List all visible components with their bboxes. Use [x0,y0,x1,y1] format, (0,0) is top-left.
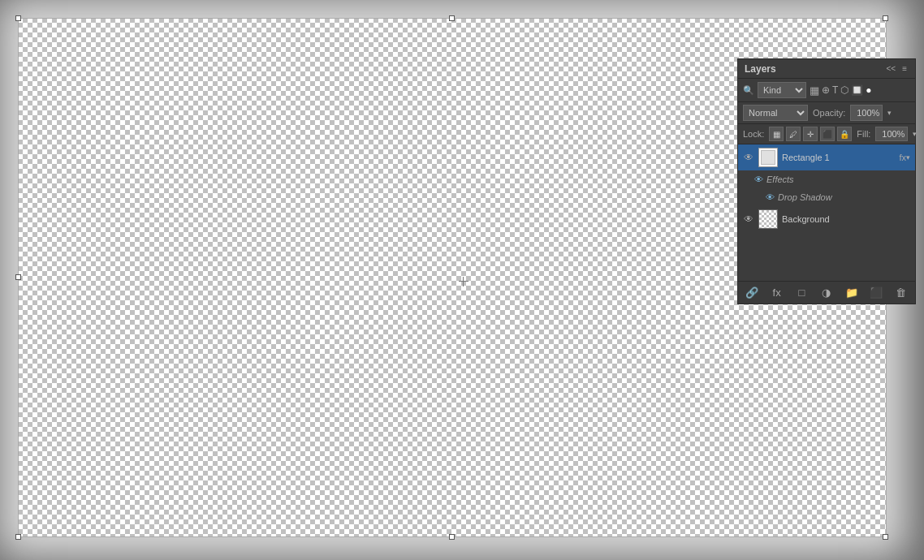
kind-icon-text[interactable]: T [832,84,838,96]
link-layers-button[interactable]: 🔗 [743,284,761,302]
panel-menu-button[interactable]: ≡ [900,64,909,73]
panel-empty-space [738,232,915,281]
handle-bottom-right[interactable] [883,534,888,540]
lock-brush-button[interactable]: 🖊 [786,127,801,141]
layer-rectangle1-thumb [758,148,778,167]
handle-bottom-left[interactable] [15,534,21,540]
kind-icon-circle[interactable]: ● [866,84,871,96]
lock-row: Lock: ▦ 🖊 ✛ ⬛ 🔒 Fill: ▾ [738,124,915,144]
layer-rectangle1-name: Rectangle 1 [782,153,899,162]
layer-rectangle1-fx-badge[interactable]: fx [899,153,906,162]
fill-chevron-icon[interactable]: ▾ [913,130,917,138]
panel-header-icons: << ≡ [884,64,909,73]
kind-icons: ▦ ⊕ T ⬡ 🔲 ● [810,84,872,97]
panel-bottom-toolbar: 🔗 fx □ ◑ 📁 ⬛ 🗑 [738,281,915,304]
layer-rectangle1-expand-icon[interactable]: ▾ [906,153,910,162]
opacity-label: Opacity: [813,108,845,118]
handle-top-center[interactable] [449,15,455,21]
layer-background-name: Background [782,214,910,224]
lock-move-button[interactable]: ✛ [803,127,818,141]
layer-background-thumb [758,209,778,229]
layer-effects-button[interactable]: fx [768,284,786,302]
kind-select[interactable]: Kind Name Effect Mode [758,82,806,98]
blend-mode-select[interactable]: Normal Dissolve Multiply Screen Overlay [743,105,808,121]
lock-checkerboard-button[interactable]: ▦ [769,127,784,141]
layer-rectangle1-eye[interactable]: 👁 [743,152,754,163]
canvas-crosshair [459,277,468,286]
handle-bottom-center[interactable] [449,534,455,540]
handle-top-left[interactable] [15,15,21,21]
kind-icon-pixel[interactable]: ▦ [810,84,819,97]
kind-row: 🔍 Kind Name Effect Mode ▦ ⊕ T ⬡ 🔲 ● [738,79,915,102]
layer-effects-group[interactable]: 👁 Effects [738,170,915,188]
new-group-button[interactable]: 📁 [843,284,861,302]
kind-icon-smart[interactable]: 🔲 [851,84,863,96]
layer-drop-shadow[interactable]: 👁 Drop Shadow [738,188,915,206]
blend-row: Normal Dissolve Multiply Screen Overlay … [738,102,915,124]
lock-artboard-button[interactable]: ⬛ [820,127,835,141]
lock-icons: ▦ 🖊 ✛ ⬛ 🔒 [769,127,852,141]
lock-label: Lock: [743,129,764,139]
fill-input[interactable] [875,127,908,141]
kind-icon-adjust[interactable]: ⊕ [822,84,830,96]
fill-label: Fill: [857,129,870,139]
search-icon: 🔍 [743,85,754,96]
kind-icon-shape[interactable]: ⬡ [840,84,848,96]
drop-shadow-eye-icon[interactable]: 👁 [766,192,775,202]
handle-top-right[interactable] [883,15,888,21]
layers-list: 👁 Rectangle 1 fx ▾ 👁 Effects 👁 Drop Shad… [738,144,915,281]
adjustment-button[interactable]: ◑ [818,284,835,302]
panel-title: Layers [745,63,776,75]
effects-label: Effects [766,174,794,184]
effects-eye-icon[interactable]: 👁 [754,174,763,184]
add-mask-button[interactable]: □ [792,284,810,302]
opacity-chevron-icon[interactable]: ▾ [887,109,892,117]
panel-collapse-button[interactable]: << [884,64,897,73]
drop-shadow-label: Drop Shadow [778,192,832,202]
layers-panel: Layers << ≡ 🔍 Kind Name Effect Mode ▦ ⊕ … [737,58,916,304]
lock-all-button[interactable]: 🔒 [837,127,852,141]
handle-mid-left[interactable] [15,274,21,280]
new-layer-button[interactable]: ⬛ [867,284,885,302]
layer-background[interactable]: 👁 Background [738,206,915,232]
delete-layer-button[interactable]: 🗑 [892,284,910,302]
layer-rectangle1[interactable]: 👁 Rectangle 1 fx ▾ [738,144,915,170]
panel-header: Layers << ≡ [738,59,915,79]
opacity-input[interactable] [850,105,883,121]
layer-background-eye[interactable]: 👁 [743,213,754,225]
